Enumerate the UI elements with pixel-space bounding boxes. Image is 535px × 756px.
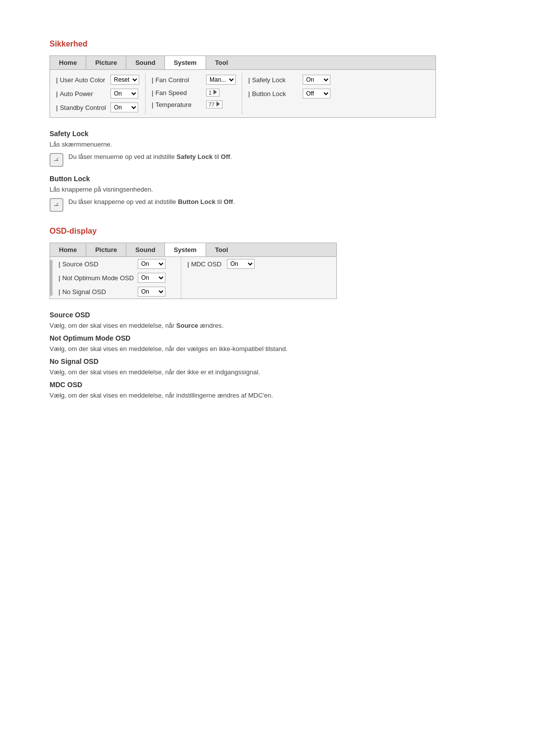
button-lock-label: |Button Lock [248,90,303,98]
fan-speed-row: |Fan Speed 1 [152,87,236,99]
source-osd-text-after: ændres. [198,322,223,329]
no-signal-osd-row: |No Signal OSD On Off [58,285,175,299]
not-optimum-osd-select[interactable]: On Off [138,273,165,283]
auto-power-select[interactable]: On [110,89,138,99]
fan-control-select[interactable]: Man... [206,75,236,85]
user-auto-color-label: |User Auto Color [56,76,110,84]
temperature-row: |Temperature 77 [152,99,236,110]
safety-lock-note-text: Du låser menuerne op ved at indstille Sa… [68,153,232,160]
safety-lock-select[interactable]: On Off [303,75,330,85]
no-signal-subsection: No Signal OSD Vælg, om der skal vises en… [50,357,485,376]
temperature-label: |Temperature [152,101,206,108]
sikkerhed-menu-header: Home Picture Sound System Tool [50,56,435,70]
no-signal-title: No Signal OSD [50,357,485,365]
tab-home[interactable]: Home [50,56,86,69]
mdc-osd-subsection: MDC OSD Vælg, om der skal vises en medde… [50,381,485,399]
osd-col-1: |Source OSD On Off |Not Optimum Mode OSD… [53,257,181,299]
osd-menu-table: Home Picture Sound System Tool |Source O… [50,243,337,299]
button-lock-select[interactable]: Off On [303,89,330,99]
mdc-osd-text: Vælg, om der skal vises en meddelelse, n… [50,392,485,399]
osd-menu-header: Home Picture Sound System Tool [50,243,336,257]
pipe-icon: | [248,90,250,98]
source-osd-select[interactable]: On Off [138,259,165,269]
not-optimum-text: Vælg, om der skal vises en meddelelse, n… [50,345,485,353]
user-auto-color-select[interactable]: Reset [110,75,139,85]
osd-display-section: OSD-display Home Picture Sound System To… [50,227,485,399]
fan-speed-label: |Fan Speed [152,89,206,97]
source-osd-text-bold: Source [176,322,198,329]
note-icon-2: ᵋ̶ [50,198,63,212]
sikkerhed-menu-body: |User Auto Color Reset |Auto Power On [50,70,435,117]
no-signal-text: Vælg, om der skal vises en meddelelse, n… [50,368,485,376]
safety-lock-label: |Safety Lock [248,76,303,84]
safety-lock-subsection: Safety Lock Lås skærmmenuerne. ᵋ̶ Du lås… [50,130,485,167]
pipe-icon: | [152,101,154,108]
fan-speed-arrow[interactable] [214,90,217,96]
tab-system[interactable]: System [165,56,206,69]
mdc-osd-select[interactable]: On Off [227,259,255,269]
temperature-display: 77 [209,101,214,107]
note-icon: ᵋ̶ [50,153,63,167]
safety-lock-text: Lås skærmmenuerne. [50,141,485,148]
pipe-icon: | [58,288,60,296]
button-lock-note-bold2: Off [224,198,233,205]
standby-control-label: |Standby Control [56,104,110,111]
safety-lock-note-bold: Safety Lock [176,153,213,160]
sikkerhed-menu-table: Home Picture Sound System Tool |User Aut… [50,55,436,118]
tab-picture[interactable]: Picture [86,56,126,69]
safety-lock-note-bold2: Off [221,153,230,160]
button-lock-note-box: ᵋ̶ Du låser knapperne op ved at indstill… [50,198,485,212]
sikkerhed-section: Sikkerhed Home Picture Sound System Tool… [50,40,485,212]
sikkerhed-col-2: |Fan Control Man... |Fan Speed 1 [146,73,242,114]
osd-tab-picture[interactable]: Picture [86,243,126,256]
not-optimum-title: Not Optimum Mode OSD [50,334,485,342]
safety-lock-row: |Safety Lock On Off [248,73,330,87]
standby-control-select[interactable]: On [110,102,138,112]
osd-display-title: OSD-display [50,227,485,236]
pipe-icon: | [56,76,58,84]
safety-lock-note-after: til [213,153,221,160]
temperature-arrow[interactable] [216,101,220,107]
osd-tab-system[interactable]: System [165,243,206,256]
button-lock-note-text: Du låser knapperne op ved at indstille B… [68,198,235,205]
pipe-icon: | [248,76,250,84]
sikkerhed-col-3: |Safety Lock On Off |Button Lock Off On [242,73,336,114]
user-auto-color-row: |User Auto Color Reset [56,73,139,87]
button-lock-note-end: . [233,198,235,205]
safety-lock-note-box: ᵋ̶ Du låser menuerne op ved at indstille… [50,153,485,167]
safety-lock-title: Safety Lock [50,130,485,138]
mdc-osd-row: |MDC OSD On Off [187,257,255,271]
tab-sound[interactable]: Sound [126,56,164,69]
mdc-osd-label: |MDC OSD [187,260,227,268]
osd-tab-home[interactable]: Home [50,243,86,256]
source-osd-text-before: Vælg, om der skal vises en meddelelse, n… [50,322,176,329]
not-optimum-osd-label: |Not Optimum Mode OSD [58,274,138,282]
button-lock-note-before: Du låser knapperne op ved at indstille [68,198,178,205]
sikkerhed-title: Sikkerhed [50,40,485,49]
safety-lock-note-before: Du låser menuerne op ved at indstille [68,153,176,160]
auto-power-row: |Auto Power On [56,87,139,101]
sikkerhed-col-1: |User Auto Color Reset |Auto Power On [50,73,146,114]
fan-speed-display: 1 [209,90,212,96]
not-optimum-subsection: Not Optimum Mode OSD Vælg, om der skal v… [50,334,485,353]
source-osd-label: |Source OSD [58,260,138,268]
pipe-icon: | [58,274,60,282]
tab-tool[interactable]: Tool [206,56,237,69]
source-osd-subsection: Source OSD Vælg, om der skal vises en me… [50,311,485,329]
osd-tab-tool[interactable]: Tool [206,243,237,256]
osd-menu-body: |Source OSD On Off |Not Optimum Mode OSD… [50,257,336,299]
osd-tab-sound[interactable]: Sound [126,243,164,256]
source-osd-title: Source OSD [50,311,485,319]
temperature-value: 77 [206,101,222,108]
fan-control-row: |Fan Control Man... [152,73,236,87]
mdc-osd-title: MDC OSD [50,381,485,389]
button-lock-title: Button Lock [50,175,485,183]
source-osd-text: Vælg, om der skal vises en meddelelse, n… [50,322,485,329]
pipe-icon: | [152,76,154,84]
pipe-icon: | [58,260,60,268]
no-signal-osd-select[interactable]: On Off [138,287,165,297]
fan-control-label: |Fan Control [152,76,206,84]
osd-col-2: |MDC OSD On Off [181,257,261,299]
pipe-icon: | [56,90,58,98]
fan-speed-value: 1 [206,89,219,97]
